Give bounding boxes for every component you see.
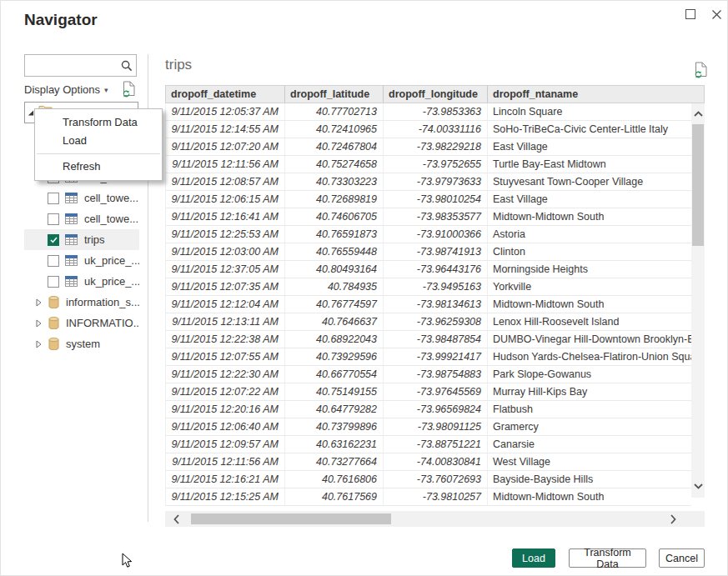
- scroll-up-icon[interactable]: [691, 107, 705, 120]
- cell-dropoff-latitude: 40.73929596: [285, 348, 384, 365]
- tree-item-label: uk_price_...: [84, 275, 139, 288]
- cell-dropoff-datetime: 9/11/2015 12:14:55 AM: [166, 121, 285, 138]
- tree-item-informatio[interactable]: INFORMATIO...: [24, 313, 139, 333]
- cell-dropoff-latitude: 40.68922043: [285, 331, 384, 348]
- expander-collapsed-icon[interactable]: [36, 298, 43, 307]
- cell-dropoff-latitude: 40.75274658: [285, 156, 384, 173]
- cell-dropoff-longitude: -73.98487854: [384, 331, 488, 348]
- cell-dropoff-ntaname: Lincoln Square: [488, 103, 692, 120]
- load-button[interactable]: Load: [512, 548, 555, 568]
- mouse-cursor: [122, 553, 133, 572]
- cell-dropoff-datetime: 9/11/2015 12:11:56 AM: [166, 453, 285, 470]
- cancel-button[interactable]: Cancel: [659, 548, 705, 568]
- menu-item-transform-data[interactable]: Transform Data: [35, 113, 162, 132]
- tree-item-system[interactable]: system: [24, 333, 139, 354]
- cell-dropoff-datetime: 9/11/2015 12:11:56 AM: [166, 156, 285, 173]
- tree-item-cell-towe[interactable]: cell_towe...: [24, 208, 139, 229]
- cell-dropoff-ntaname: Murray Hill-Kips Bay: [488, 383, 692, 400]
- cell-dropoff-longitude: -73.9495163: [384, 278, 488, 295]
- tree-item-uk-price[interactable]: uk_price_...: [24, 250, 139, 271]
- table-row: 9/11/2015 12:16:41 AM40.74606705-73.9835…: [166, 208, 691, 226]
- tree-item-label: cell_towe...: [84, 213, 138, 225]
- column-header-dropoff-ntaname: dropoff_ntaname: [488, 86, 704, 103]
- cell-dropoff-ntaname: Morningside Heights: [488, 261, 692, 278]
- cell-dropoff-longitude: -73.98134613: [384, 296, 488, 313]
- cell-dropoff-latitude: 40.76559448: [285, 243, 384, 260]
- table-row: 9/11/2015 12:11:56 AM40.73277664-74.0083…: [166, 453, 691, 471]
- tree-item-label: INFORMATIO...: [66, 317, 139, 329]
- checkbox[interactable]: [48, 193, 59, 204]
- refresh-preview-icon[interactable]: [122, 81, 136, 98]
- vertical-scrollbar-thumb[interactable]: [692, 124, 704, 246]
- horizontal-scrollbar-thumb[interactable]: [191, 513, 391, 524]
- expander-collapsed-icon[interactable]: [36, 319, 43, 328]
- expander-collapsed-icon[interactable]: [36, 340, 43, 348]
- close-icon[interactable]: [709, 7, 724, 22]
- display-options-label: Display Options: [24, 83, 100, 96]
- cell-dropoff-longitude: -73.98229218: [384, 138, 488, 155]
- cell-dropoff-datetime: 9/11/2015 12:07:20 AM: [166, 138, 285, 155]
- table-icon: [65, 193, 78, 203]
- cell-dropoff-ntaname: West Village: [488, 453, 692, 470]
- menu-item-refresh[interactable]: Refresh: [35, 158, 162, 176]
- cell-dropoff-ntaname: Flatbush: [488, 401, 692, 418]
- table-row: 9/11/2015 12:07:20 AM40.72467804-73.9822…: [166, 138, 691, 156]
- table-row: 9/11/2015 12:12:04 AM40.76774597-73.9813…: [166, 296, 691, 313]
- scroll-right-icon[interactable]: [665, 511, 680, 527]
- cell-dropoff-longitude: -73.97645569: [384, 383, 488, 400]
- table-row: 9/11/2015 12:07:55 AM40.73929596-73.9992…: [166, 348, 691, 366]
- cell-dropoff-longitude: -73.96259308: [384, 313, 488, 330]
- cell-dropoff-ntaname: Gramercy: [488, 418, 692, 435]
- table-row: 9/11/2015 12:06:15 AM40.72689819-73.9801…: [166, 191, 691, 208]
- tree-item-information-s[interactable]: information_s...: [24, 292, 139, 313]
- table-row: 9/11/2015 12:15:25 AM40.7617569-73.98102…: [166, 488, 691, 506]
- vertical-scrollbar[interactable]: [691, 103, 705, 498]
- cell-dropoff-longitude: -73.98353577: [384, 208, 488, 225]
- column-header-dropoff-longitude: dropoff_longitude: [384, 86, 488, 103]
- cell-dropoff-ntaname: Midtown-Midtown South: [488, 296, 692, 313]
- cell-dropoff-datetime: 9/11/2015 12:22:30 AM: [166, 366, 285, 383]
- tree-item-uk-price[interactable]: uk_price_...: [24, 271, 139, 292]
- cell-dropoff-datetime: 9/11/2015 12:06:40 AM: [166, 418, 285, 435]
- cell-dropoff-ntaname: Midtown-Midtown South: [488, 208, 692, 225]
- cell-dropoff-datetime: 9/11/2015 12:07:35 AM: [166, 278, 285, 295]
- checkbox[interactable]: [48, 255, 59, 267]
- menu-item-load[interactable]: Load: [35, 132, 162, 150]
- cell-dropoff-ntaname: Midtown-Midtown South: [488, 488, 692, 505]
- table-icon: [65, 255, 78, 266]
- search-icon[interactable]: [118, 60, 136, 72]
- checkbox[interactable]: [48, 276, 59, 288]
- search-input[interactable]: [25, 55, 118, 76]
- checkbox[interactable]: [48, 213, 59, 225]
- database-icon: [48, 338, 59, 350]
- cell-dropoff-longitude: -73.9752655: [384, 156, 488, 173]
- cell-dropoff-latitude: 40.63162231: [285, 436, 384, 453]
- cell-dropoff-latitude: 40.76591873: [285, 226, 384, 243]
- table-row: 9/11/2015 12:05:37 AM40.77702713-73.9853…: [166, 103, 691, 121]
- column-header-dropoff-datetime: dropoff_datetime: [166, 86, 285, 103]
- cell-dropoff-datetime: 9/11/2015 12:13:11 AM: [166, 313, 285, 330]
- table-row: 9/11/2015 12:25:53 AM40.76591873-73.9100…: [166, 226, 691, 243]
- table-row: 9/11/2015 12:07:22 AM40.75149155-73.9764…: [166, 383, 691, 401]
- scroll-left-icon[interactable]: [168, 511, 183, 527]
- scroll-down-icon[interactable]: [691, 479, 705, 493]
- display-options-dropdown[interactable]: Display Options ▾: [24, 83, 108, 96]
- maximize-icon[interactable]: [683, 7, 698, 22]
- table-row: 9/11/2015 12:06:40 AM40.73799896-73.9809…: [166, 418, 691, 436]
- tree-item-cell-towe[interactable]: cell_towe...: [24, 188, 139, 208]
- cell-dropoff-ntaname: Lenox Hill-Roosevelt Island: [488, 313, 692, 330]
- refresh-preview-icon[interactable]: [694, 62, 708, 79]
- cell-dropoff-datetime: 9/11/2015 12:25:53 AM: [166, 226, 285, 243]
- cell-dropoff-ntaname: Yorkville: [488, 278, 692, 295]
- checkbox-checked[interactable]: [48, 234, 59, 246]
- horizontal-scrollbar[interactable]: [165, 511, 705, 527]
- maximize-glyph: [685, 9, 695, 19]
- expander-expanded-icon[interactable]: [28, 109, 34, 117]
- table-row: 9/11/2015 12:22:30 AM40.66770554-73.9875…: [166, 366, 691, 383]
- table-row: 9/11/2015 12:03:00 AM40.76559448-73.9874…: [166, 243, 691, 261]
- cell-dropoff-latitude: 40.73799896: [285, 418, 384, 435]
- tree-item-trips[interactable]: trips: [24, 229, 139, 250]
- cell-dropoff-longitude: -73.96569824: [384, 401, 488, 418]
- transform-data-button[interactable]: Transform Data: [569, 548, 646, 568]
- cell-dropoff-latitude: 40.73303223: [285, 173, 384, 190]
